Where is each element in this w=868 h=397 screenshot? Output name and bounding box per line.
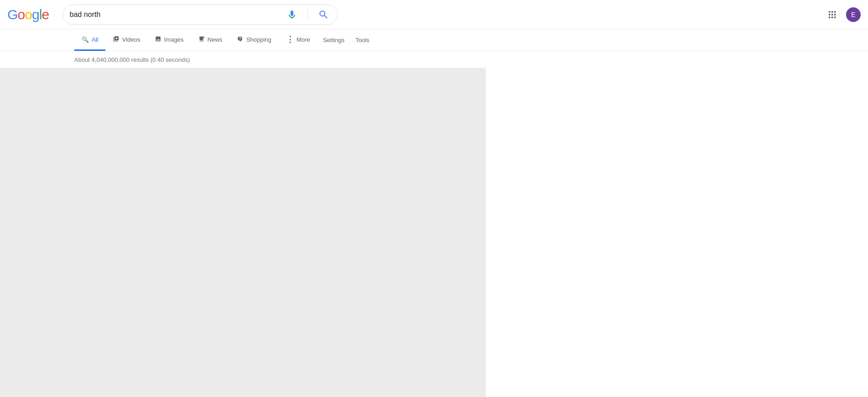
tab-shopping[interactable]: Shopping bbox=[230, 29, 279, 51]
apps-icon bbox=[827, 9, 838, 20]
nav-tabs: 🔍 All Videos Images News Shopping ⋮ More… bbox=[0, 29, 868, 51]
user-avatar[interactable]: E bbox=[846, 7, 861, 22]
main-content bbox=[0, 68, 868, 397]
tab-all[interactable]: 🔍 All bbox=[74, 29, 105, 51]
tools-link[interactable]: Tools bbox=[350, 29, 375, 51]
all-tab-icon: 🔍 bbox=[82, 36, 89, 43]
tab-more-label: More bbox=[297, 36, 310, 43]
more-tab-icon: ⋮ bbox=[286, 35, 295, 44]
google-logo: Google bbox=[7, 7, 49, 22]
tools-label: Tools bbox=[356, 37, 369, 44]
search-icon bbox=[318, 9, 329, 20]
search-divider bbox=[308, 9, 308, 20]
tab-images-label: Images bbox=[164, 36, 184, 43]
search-form: bad north bbox=[63, 5, 338, 25]
tab-news-label: News bbox=[208, 36, 223, 43]
mic-icon bbox=[286, 9, 297, 20]
videos-tab-icon bbox=[113, 36, 119, 44]
google-logo-area: Google bbox=[7, 7, 49, 22]
search-button[interactable] bbox=[316, 7, 331, 22]
results-count: About 4,040,000,000 results (0.40 second… bbox=[74, 56, 190, 63]
settings-label: Settings bbox=[323, 37, 345, 44]
tab-videos[interactable]: Videos bbox=[105, 29, 148, 51]
tab-images[interactable]: Images bbox=[148, 29, 191, 51]
tab-more[interactable]: ⋮ More bbox=[279, 29, 318, 51]
images-tab-icon bbox=[155, 36, 161, 44]
tab-videos-label: Videos bbox=[122, 36, 140, 43]
header: Google bad north bbox=[0, 0, 868, 29]
results-stats: About 4,040,000,000 results (0.40 second… bbox=[0, 51, 868, 68]
google-apps-button[interactable] bbox=[823, 5, 841, 24]
tab-shopping-label: Shopping bbox=[246, 36, 271, 43]
search-bar-container: bad north bbox=[63, 5, 338, 25]
news-tab-icon bbox=[198, 36, 205, 44]
tab-news[interactable]: News bbox=[191, 29, 230, 51]
tab-all-label: All bbox=[92, 36, 98, 43]
search-input[interactable]: bad north bbox=[70, 11, 285, 19]
settings-link[interactable]: Settings bbox=[318, 29, 350, 51]
search-icons bbox=[285, 7, 331, 22]
results-area bbox=[0, 68, 486, 397]
voice-search-button[interactable] bbox=[285, 7, 299, 22]
header-right: E bbox=[823, 5, 861, 24]
right-panel bbox=[486, 68, 868, 397]
shopping-tab-icon bbox=[237, 36, 243, 44]
